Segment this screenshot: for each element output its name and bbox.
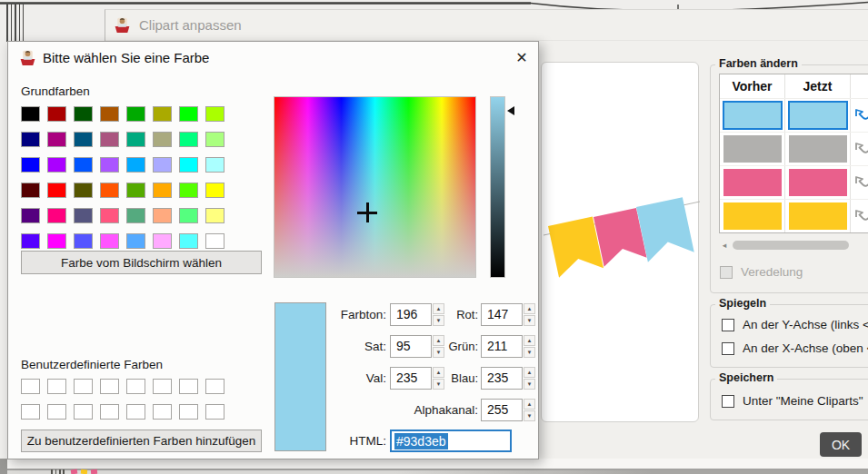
- mirror-x-checkbox[interactable]: [722, 342, 734, 355]
- before-color-swatch[interactable]: [723, 202, 782, 230]
- now-color-swatch[interactable]: [788, 101, 848, 130]
- value-slider-arrow-icon[interactable]: [507, 106, 514, 115]
- picker-crosshair[interactable]: [357, 202, 377, 222]
- before-color-swatch[interactable]: [723, 135, 782, 163]
- basic-color-swatch[interactable]: [100, 157, 119, 173]
- basic-color-swatch[interactable]: [100, 208, 119, 223]
- basic-color-swatch[interactable]: [21, 183, 40, 198]
- basic-color-swatch[interactable]: [47, 157, 66, 173]
- green-spinner[interactable]: ▲▼: [524, 335, 535, 358]
- blue-spinner[interactable]: ▲▼: [524, 367, 535, 390]
- clipart-window-titlebar: Clipart anpassen: [105, 10, 868, 41]
- sat-input[interactable]: 95: [390, 335, 432, 358]
- red-label: Rot:: [442, 303, 478, 326]
- pick-screen-color-button[interactable]: Farbe vom Bildschirm wählen: [21, 251, 262, 274]
- column-header-vorher[interactable]: Vorher: [720, 74, 785, 98]
- basic-color-swatch[interactable]: [205, 233, 224, 249]
- basic-color-swatch[interactable]: [21, 233, 40, 249]
- html-input[interactable]: #93d3eb: [390, 430, 512, 452]
- basic-color-swatch[interactable]: [100, 106, 119, 122]
- basic-color-swatch[interactable]: [126, 233, 145, 249]
- basic-color-swatch[interactable]: [179, 183, 198, 198]
- pick-color-arrow-icon[interactable]: [851, 166, 868, 199]
- basic-color-swatch[interactable]: [74, 208, 93, 223]
- basic-color-swatch[interactable]: [179, 233, 198, 249]
- basic-color-swatch[interactable]: [74, 106, 93, 122]
- basic-color-swatch[interactable]: [179, 132, 198, 147]
- now-color-swatch[interactable]: [789, 169, 847, 196]
- column-header-jetzt[interactable]: Jetzt: [785, 74, 851, 98]
- scroll-left-icon[interactable]: ◂: [719, 241, 730, 250]
- basic-color-swatch[interactable]: [21, 132, 40, 147]
- alpha-spinner[interactable]: ▲▼: [524, 399, 535, 421]
- basic-color-swatch[interactable]: [100, 132, 119, 147]
- now-color-swatch[interactable]: [789, 202, 847, 230]
- val-input[interactable]: 235: [390, 367, 432, 390]
- color-map-row[interactable]: [720, 165, 868, 199]
- basic-color-swatch[interactable]: [205, 106, 224, 122]
- basic-color-swatch[interactable]: [153, 233, 172, 249]
- basic-color-swatch[interactable]: [74, 132, 93, 147]
- basic-color-swatch[interactable]: [74, 157, 93, 173]
- basic-color-swatch[interactable]: [74, 233, 93, 249]
- before-color-swatch[interactable]: [723, 169, 782, 196]
- basic-color-swatch[interactable]: [47, 233, 66, 249]
- basic-color-swatch[interactable]: [126, 132, 145, 147]
- basic-color-swatch[interactable]: [153, 157, 172, 173]
- green-input[interactable]: 211: [481, 335, 523, 358]
- basic-color-swatch[interactable]: [100, 233, 119, 249]
- basic-color-swatch[interactable]: [179, 106, 198, 122]
- basic-color-swatch[interactable]: [153, 132, 172, 147]
- color-map-row[interactable]: [720, 199, 868, 232]
- basic-color-swatch[interactable]: [126, 208, 145, 223]
- basic-color-swatch[interactable]: [74, 183, 93, 198]
- horizontal-scrollbar[interactable]: ◂: [719, 239, 868, 251]
- basic-color-swatch[interactable]: [205, 183, 224, 198]
- basic-color-swatch[interactable]: [126, 157, 145, 173]
- val-label: Val:: [308, 367, 386, 390]
- color-map-row[interactable]: [720, 132, 868, 165]
- basic-color-swatch[interactable]: [205, 157, 224, 173]
- mirror-y-option[interactable]: An der Y-Achse (links <: [722, 318, 868, 331]
- mirror-y-checkbox[interactable]: [722, 319, 734, 331]
- flag-yellow: [548, 217, 604, 278]
- basic-color-swatch[interactable]: [47, 106, 66, 122]
- red-input[interactable]: 147: [481, 303, 523, 326]
- basic-color-swatch[interactable]: [179, 208, 198, 223]
- basic-color-swatch[interactable]: [153, 106, 172, 122]
- basic-color-swatch[interactable]: [205, 208, 224, 223]
- basic-color-swatch[interactable]: [47, 183, 66, 198]
- blue-input[interactable]: 235: [481, 367, 523, 390]
- value-slider[interactable]: [490, 96, 505, 278]
- basic-color-swatch[interactable]: [47, 132, 66, 147]
- pick-color-arrow-icon[interactable]: [851, 200, 868, 232]
- scrollbar-thumb[interactable]: [733, 241, 849, 250]
- basic-color-swatch[interactable]: [205, 132, 224, 147]
- basic-color-swatch[interactable]: [179, 157, 198, 173]
- close-icon[interactable]: ✕: [510, 47, 534, 69]
- basic-color-swatch[interactable]: [153, 183, 172, 198]
- hue-saturation-picker[interactable]: [274, 96, 476, 278]
- pick-color-arrow-icon[interactable]: [851, 99, 868, 132]
- mirror-x-option[interactable]: An der X-Achse (oben <: [722, 341, 868, 355]
- basic-color-swatch[interactable]: [21, 208, 40, 223]
- basic-colors-grid: [21, 106, 224, 249]
- basic-color-swatch[interactable]: [21, 157, 40, 173]
- save-my-cliparts-option[interactable]: Unter "Meine Cliparts": [722, 394, 863, 408]
- alpha-input[interactable]: 255: [481, 399, 523, 421]
- now-color-swatch[interactable]: [789, 135, 847, 163]
- basic-color-swatch[interactable]: [126, 106, 145, 122]
- hue-input[interactable]: 196: [390, 303, 432, 326]
- basic-color-swatch[interactable]: [100, 183, 119, 198]
- basic-color-swatch[interactable]: [21, 106, 40, 122]
- pick-color-arrow-icon[interactable]: [851, 133, 868, 165]
- before-color-swatch[interactable]: [723, 101, 783, 130]
- save-my-cliparts-checkbox[interactable]: [722, 395, 734, 408]
- red-spinner[interactable]: ▲▼: [524, 303, 535, 326]
- spin-up-icon: ▲: [524, 399, 535, 410]
- ok-button[interactable]: OK: [820, 432, 862, 457]
- basic-color-swatch[interactable]: [47, 208, 66, 223]
- color-map-row[interactable]: [720, 98, 868, 132]
- basic-color-swatch[interactable]: [126, 183, 145, 198]
- basic-color-swatch[interactable]: [153, 208, 172, 223]
